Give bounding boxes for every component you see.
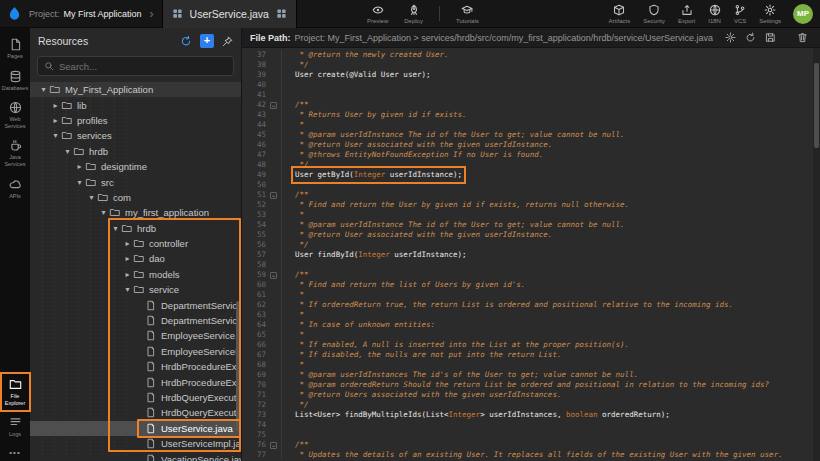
code-line-42[interactable]: 42−/** — [242, 100, 820, 110]
activity-item-java-services[interactable]: Java Services — [1, 134, 30, 172]
code-line-58[interactable]: 58 — [242, 260, 820, 270]
settings-icon[interactable] — [725, 32, 736, 43]
tree-item-hrdbqueryexecutorserviceimpl-java[interactable]: HrdbQueryExecutorServiceImpl.java — [30, 405, 241, 420]
grid-icon[interactable] — [276, 8, 287, 19]
tree-item-departmentservice-java[interactable]: DepartmentService.java — [30, 297, 241, 312]
tab-userservice-java[interactable]: UserService.java — [162, 0, 297, 28]
code-line-60[interactable]: 60 * Find and return the list of Users b… — [242, 280, 820, 290]
code-editor[interactable]: 37 * @return the newly created User.38 *… — [242, 48, 820, 461]
code-line-52[interactable]: 52 * Find and return the User by given i… — [242, 200, 820, 210]
code-line-59[interactable]: 59−/** — [242, 270, 820, 280]
fold-marker[interactable]: − — [266, 100, 282, 110]
chevron-down-icon[interactable]: ▾ — [62, 147, 73, 156]
action-preview[interactable]: Preview — [367, 4, 388, 24]
code-line-64[interactable]: 64 * In case of unknown entities: — [242, 320, 820, 330]
action-settings[interactable]: Settings — [759, 4, 781, 24]
tree-item-userserviceimpl-java[interactable]: UserServiceImpl.java — [30, 436, 241, 451]
chevron-right-icon[interactable]: ▸ — [50, 101, 61, 110]
editor-scroll-thumb[interactable] — [814, 63, 819, 148]
activity-item-databases[interactable]: Databases — [1, 65, 30, 97]
fold-marker[interactable]: − — [266, 190, 282, 200]
code-line-72[interactable]: 72 */ — [242, 400, 820, 410]
chevron-down-icon[interactable]: ▾ — [98, 208, 109, 217]
add-button[interactable]: + — [200, 34, 214, 48]
code-line-74[interactable]: 74 — [242, 420, 820, 430]
tree-item-src[interactable]: ▾src — [30, 174, 241, 189]
code-line-46[interactable]: 46 * @return User associated with the gi… — [242, 140, 820, 150]
code-line-43[interactable]: 43 * Returns User by given id if exists. — [242, 110, 820, 120]
code-line-71[interactable]: 71 * @return Users associated with the g… — [242, 390, 820, 400]
pin-icon[interactable] — [222, 36, 233, 47]
tree-item-my-first-application[interactable]: ▾my_first_application — [30, 205, 241, 220]
chevron-right-icon[interactable]: ▸ — [122, 239, 133, 248]
code-line-53[interactable]: 53 * — [242, 210, 820, 220]
tree-item-hrdb[interactable]: ▾hrdb — [30, 144, 241, 159]
tree-item-employeeserviceimpl-java[interactable]: EmployeeServiceImpl.java — [30, 344, 241, 359]
action-i18n[interactable]: I18N — [708, 4, 721, 24]
activity-item-web-services[interactable]: Web Services — [1, 96, 30, 134]
chevron-down-icon[interactable]: ▾ — [86, 193, 97, 202]
code-line-62[interactable]: 62 * If orderedReturn true, the return L… — [242, 300, 820, 310]
tree-item-dao[interactable]: ▸dao — [30, 251, 241, 266]
tree-item-userservice-java[interactable]: UserService.java — [30, 421, 241, 436]
tree-item-hrdbprocedureexecutorservice-java[interactable]: HrdbProcedureExecutorService.java — [30, 359, 241, 374]
tree-item-employeeservice-java[interactable]: EmployeeService.java — [30, 328, 241, 343]
code-line-40[interactable]: 40 — [242, 80, 820, 90]
editor-scrollbar[interactable] — [813, 48, 820, 461]
chevron-right-icon[interactable]: ▸ — [74, 162, 85, 171]
tree-item-com[interactable]: ▾com — [30, 190, 241, 205]
code-line-41[interactable]: 41 — [242, 90, 820, 100]
activity-item-file-explorer[interactable]: File Explorer — [1, 373, 30, 411]
action-export[interactable]: Export — [678, 4, 695, 24]
code-line-54[interactable]: 54 * @param userIdInstance The id of the… — [242, 220, 820, 230]
code-line-70[interactable]: 70 * @param orderedReturn Should the ret… — [242, 380, 820, 390]
code-line-55[interactable]: 55 * @return User associated with the gi… — [242, 230, 820, 240]
search-input[interactable] — [59, 61, 227, 72]
code-line-49[interactable]: 49User getById(Integer userIdInstance); — [242, 170, 820, 180]
activity-item-apis[interactable]: APIs — [1, 173, 30, 205]
project-name[interactable]: My First Application — [64, 9, 142, 19]
fold-marker[interactable]: − — [266, 270, 282, 280]
action-deploy[interactable]: Deploy — [404, 4, 423, 24]
code-line-56[interactable]: 56 */ — [242, 240, 820, 250]
code-line-77[interactable]: 77 * Updates the details of an existing … — [242, 450, 820, 460]
tree-item-services[interactable]: ▾services — [30, 128, 241, 143]
chevron-down-icon[interactable]: ▾ — [110, 224, 121, 233]
tree-scrollbar[interactable] — [236, 301, 240, 431]
code-line-48[interactable]: 48 */ — [242, 160, 820, 170]
code-line-76[interactable]: 76−/** — [242, 440, 820, 450]
code-line-69[interactable]: 69 * @param userIdInstances The id's of … — [242, 370, 820, 380]
refresh-icon[interactable] — [180, 35, 192, 47]
user-avatar[interactable]: MP — [793, 4, 813, 24]
code-line-63[interactable]: 63 * — [242, 310, 820, 320]
tree-item-lib[interactable]: ▸lib — [30, 97, 241, 112]
chevron-right-icon[interactable]: ▸ — [50, 116, 61, 125]
tree-item-profiles[interactable]: ▸profiles — [30, 113, 241, 128]
code-line-50[interactable]: 50 — [242, 180, 820, 190]
reload-icon[interactable] — [745, 32, 756, 43]
more-menu[interactable]: ••• — [9, 443, 20, 461]
delete-icon[interactable] — [797, 32, 808, 43]
code-line-66[interactable]: 66 * If enabled, A null is inserted into… — [242, 340, 820, 350]
chevron-right-icon[interactable]: ▸ — [122, 254, 133, 263]
code-line-44[interactable]: 44 * — [242, 120, 820, 130]
tree-item-hrdbqueryexecutorservice-java[interactable]: HrdbQueryExecutorService.java — [30, 390, 241, 405]
chevron-down-icon[interactable]: ▾ — [38, 85, 49, 94]
code-line-51[interactable]: 51−/** — [242, 190, 820, 200]
chevron-down-icon[interactable]: ▾ — [50, 131, 61, 140]
action-tutorials[interactable]: Tutorials — [456, 4, 479, 24]
tree-item-vacationservice-java[interactable]: VacationService.java — [30, 451, 241, 461]
code-line-39[interactable]: 39User create(@Valid User user); — [242, 70, 820, 80]
code-line-73[interactable]: 73List<User> findByMultipleIds(List<Inte… — [242, 410, 820, 420]
code-line-68[interactable]: 68 * — [242, 360, 820, 370]
code-line-47[interactable]: 47 * @throws EntityNotFoundException If … — [242, 150, 820, 160]
tree-item-service[interactable]: ▾service — [30, 282, 241, 297]
action-vcs[interactable]: VCS — [734, 4, 746, 24]
tree-item-controller[interactable]: ▸controller — [30, 236, 241, 251]
action-artifacts[interactable]: Artifacts — [609, 4, 631, 24]
code-line-38[interactable]: 38 */ — [242, 60, 820, 70]
chevron-down-icon[interactable]: ▾ — [122, 285, 133, 294]
code-line-75[interactable]: 75 — [242, 430, 820, 440]
tree-item-my-first-application[interactable]: ▾My_First_Application — [30, 82, 241, 97]
save-icon[interactable] — [765, 32, 776, 43]
